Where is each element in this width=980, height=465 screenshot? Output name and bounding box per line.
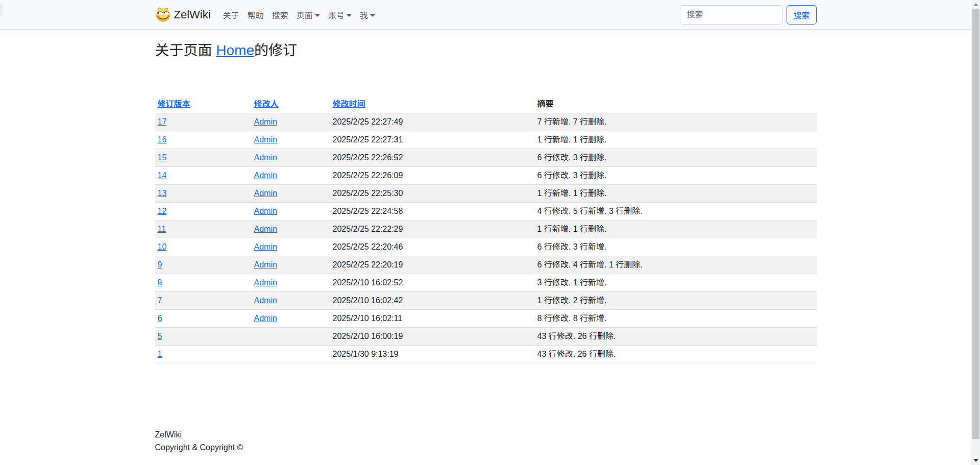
revision-cell: 6	[155, 309, 252, 327]
nav-item-5: 我	[356, 5, 379, 25]
smiley-logo-icon	[155, 7, 171, 22]
search-button[interactable]: 搜索	[787, 5, 816, 25]
nav-item-1: 帮助	[243, 5, 268, 25]
revision-cell: 11	[155, 220, 252, 238]
author-link[interactable]: Admin	[254, 207, 277, 215]
time-cell: 2025/2/25 22:27:49	[330, 113, 535, 131]
nav-link-3[interactable]: 页面	[292, 5, 324, 25]
time-cell: 2025/2/10 16:02:42	[330, 291, 535, 309]
time-cell: 2025/2/10 16:02:11	[330, 309, 535, 327]
summary-cell: 4 行修改. 5 行新增. 3 行删除.	[535, 202, 817, 220]
revision-cell: 16	[155, 131, 252, 149]
author-link[interactable]: Admin	[254, 296, 277, 305]
footer-copyright: Copyright & Copyright ©	[155, 441, 817, 454]
column-header-link-0[interactable]: 修订版本	[158, 100, 190, 108]
table-row: 52025/2/10 16:00:1943 行修改. 26 行删除.	[155, 327, 817, 345]
footer-divider	[155, 403, 817, 403]
author-link[interactable]: Admin	[254, 117, 277, 126]
time-cell: 2025/2/10 16:00:19	[330, 327, 535, 345]
summary-cell: 6 行修改. 3 行新增.	[535, 238, 817, 256]
table-row: 8Admin2025/2/10 16:02:523 行修改. 1 行新增.	[155, 274, 817, 291]
revision-link[interactable]: 1	[158, 350, 162, 358]
author-link[interactable]: Admin	[254, 242, 277, 251]
author-link[interactable]: Admin	[254, 153, 277, 162]
navbar-search: 搜索	[680, 5, 816, 25]
author-link[interactable]: Admin	[254, 135, 277, 144]
summary-cell: 6 行修改. 3 行删除.	[535, 166, 817, 184]
caret-down-icon	[315, 14, 320, 17]
time-cell: 2025/2/25 22:24:58	[330, 202, 535, 220]
revision-link[interactable]: 5	[158, 332, 162, 340]
revision-link[interactable]: 11	[158, 225, 166, 233]
revision-link[interactable]: 9	[158, 260, 162, 269]
author-link[interactable]: Admin	[254, 225, 277, 233]
time-cell: 2025/2/25 22:26:09	[330, 166, 535, 184]
revision-link[interactable]: 17	[158, 117, 167, 126]
revision-cell: 9	[155, 256, 252, 274]
footer-brand: ZelWiki	[155, 428, 817, 441]
revision-link[interactable]: 14	[158, 171, 167, 180]
summary-cell: 6 行修改. 4 行新增. 1 行删除.	[535, 256, 817, 274]
time-cell: 2025/2/25 22:20:19	[330, 256, 535, 274]
author-cell	[252, 327, 330, 345]
author-link[interactable]: Admin	[254, 189, 277, 198]
search-input[interactable]	[680, 5, 782, 25]
time-cell: 2025/2/25 22:20:46	[330, 238, 535, 256]
revision-cell: 10	[155, 238, 252, 256]
summary-cell: 43 行修改. 26 行删除.	[535, 327, 817, 345]
author-cell: Admin	[252, 309, 330, 327]
page-title-home-link[interactable]: Home	[216, 42, 254, 58]
revision-link[interactable]: 6	[158, 314, 162, 323]
revision-link[interactable]: 13	[158, 189, 167, 198]
nav-link-5[interactable]: 我	[356, 5, 379, 25]
summary-cell: 1 行新增. 1 行删除.	[535, 220, 817, 238]
column-header-2: 修改时间	[330, 95, 535, 113]
revision-link[interactable]: 15	[158, 153, 167, 162]
nav-link-0[interactable]: 关于	[219, 5, 243, 25]
table-row: 15Admin2025/2/25 22:26:526 行修改. 3 行删除.	[155, 149, 817, 166]
revision-cell: 14	[155, 166, 252, 184]
column-header-link-1[interactable]: 修改人	[254, 100, 279, 108]
summary-cell: 7 行新增. 7 行删除.	[535, 113, 817, 131]
table-row: 11Admin2025/2/25 22:22:291 行新增. 1 行删除.	[155, 220, 817, 238]
revision-link[interactable]: 8	[158, 278, 162, 287]
author-cell: Admin	[252, 184, 330, 202]
table-row: 14Admin2025/2/25 22:26:096 行修改. 3 行删除.	[155, 166, 817, 184]
edge-artifact	[0, 3, 3, 16]
navbar-nav: 关于帮助搜索页面账号我	[219, 5, 680, 25]
column-header-link-2[interactable]: 修改时间	[333, 100, 365, 108]
author-cell: Admin	[252, 220, 330, 238]
author-link[interactable]: Admin	[254, 314, 277, 323]
author-link[interactable]: Admin	[254, 171, 277, 180]
revision-link[interactable]: 10	[158, 242, 167, 251]
revision-link[interactable]: 12	[158, 207, 167, 215]
revision-link[interactable]: 7	[158, 296, 162, 305]
time-cell: 2025/2/25 22:22:29	[330, 220, 535, 238]
revision-cell: 17	[155, 113, 252, 131]
nav-link-2[interactable]: 搜索	[268, 5, 292, 25]
summary-cell: 3 行修改. 1 行新增.	[535, 274, 817, 291]
time-cell: 2025/2/25 22:25:30	[330, 184, 535, 202]
table-row: 9Admin2025/2/25 22:20:196 行修改. 4 行新增. 1 …	[155, 256, 817, 274]
table-row: 16Admin2025/2/25 22:27:311 行新增. 1 行删除.	[155, 131, 817, 149]
table-body: 17Admin2025/2/25 22:27:497 行新增. 7 行删除.16…	[155, 113, 817, 363]
summary-cell: 1 行新增. 1 行删除.	[535, 131, 817, 149]
revision-cell: 15	[155, 149, 252, 166]
author-cell: Admin	[252, 256, 330, 274]
nav-item-0: 关于	[219, 5, 243, 25]
nav-item-4: 账号	[324, 5, 356, 25]
revision-table: 修订版本修改人修改时间摘要 17Admin2025/2/25 22:27:497…	[155, 95, 817, 363]
revision-cell: 8	[155, 274, 252, 291]
author-link[interactable]: Admin	[254, 260, 277, 269]
table-row: 13Admin2025/2/25 22:25:301 行新增. 1 行删除.	[155, 184, 817, 202]
nav-item-3: 页面	[292, 5, 324, 25]
revision-cell: 7	[155, 291, 252, 309]
table-row: 12Admin2025/2/25 22:24:584 行修改. 5 行新增. 3…	[155, 202, 817, 220]
brand-link[interactable]: ZelWiki	[155, 7, 211, 22]
page-title-suffix: 的修订	[254, 42, 297, 58]
author-link[interactable]: Admin	[254, 278, 277, 287]
page-title-prefix: 关于页面	[155, 42, 216, 58]
nav-link-4[interactable]: 账号	[324, 5, 356, 25]
nav-link-1[interactable]: 帮助	[243, 5, 268, 25]
revision-link[interactable]: 16	[158, 135, 167, 144]
